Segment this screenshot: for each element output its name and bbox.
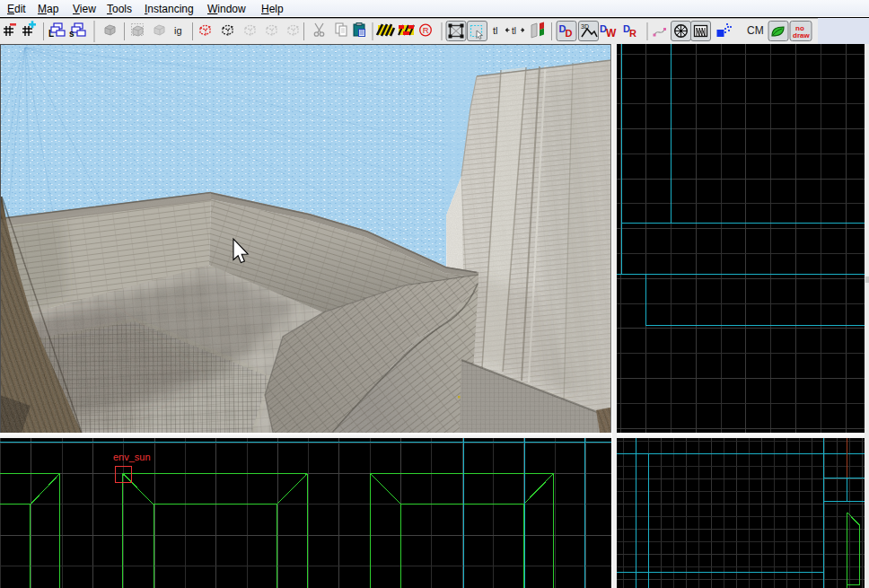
svg-text:env_sun: env_sun xyxy=(113,452,151,462)
